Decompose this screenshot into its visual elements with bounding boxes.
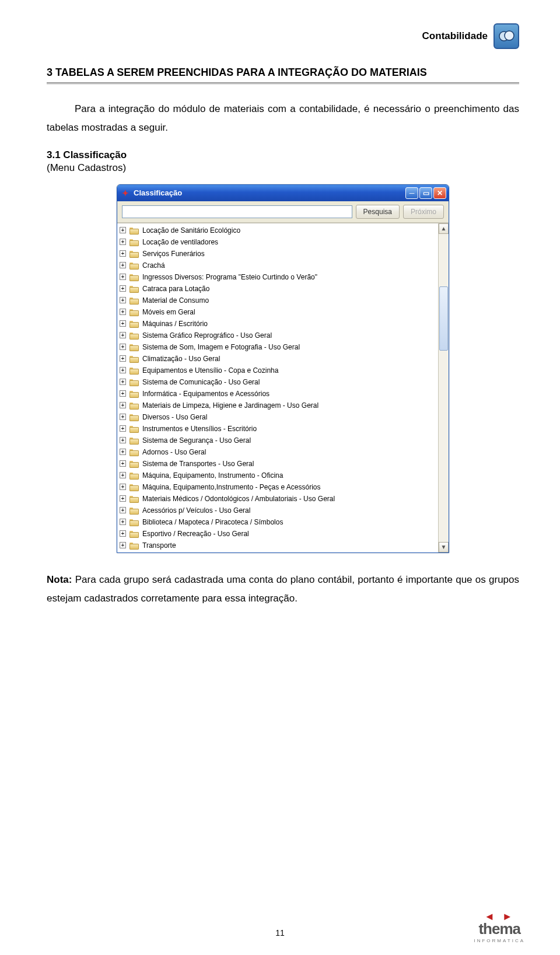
logo-brand: thema [474,920,525,938]
tree-item[interactable]: +Equipamentos e Utensílio - Copa e Cozin… [117,365,438,376]
tree-item[interactable]: +Máquina, Equipamento, Instrumento - Ofi… [117,470,438,481]
scroll-down-button[interactable]: ▼ [439,542,449,552]
expand-icon[interactable]: + [120,332,126,338]
folder-icon [130,250,139,258]
tree-item-label: Equipamentos e Utensílio - Copa e Cozinh… [142,366,278,375]
expand-icon[interactable]: + [120,530,126,537]
folder-icon [130,390,139,398]
folder-icon [130,378,139,386]
tree-item-label: Climatização - Uso Geral [142,355,220,363]
tree-item[interactable]: +Máquinas / Escritório [117,318,438,330]
expand-icon[interactable]: + [120,227,126,233]
tree-item[interactable]: +Sistema de Som, Imagem e Fotografia - U… [117,341,438,353]
note-label: Nota: [47,574,72,585]
folder-icon [130,483,139,491]
classificacao-window: ✦ Classificação ─ ▭ ✕ Pesquisa Próximo +… [117,184,449,553]
folder-icon [130,436,139,445]
expand-icon[interactable]: + [120,390,126,397]
tree-item[interactable]: +Sistema de Comunicação - Uso Geral [117,376,438,388]
expand-icon[interactable]: + [120,414,126,420]
expand-icon[interactable]: + [120,472,126,478]
expand-icon[interactable]: + [120,437,126,443]
expand-icon[interactable]: + [120,309,126,315]
expand-icon[interactable]: + [120,367,126,373]
expand-icon[interactable]: + [120,519,126,525]
minimize-button[interactable]: ─ [405,187,418,199]
search-button[interactable]: Pesquisa [356,205,400,219]
tree-item[interactable]: +Máquina, Equipamento,Instrumento - Peça… [117,481,438,493]
folder-icon [130,530,139,538]
tree-item[interactable]: +Esportivo / Recreação - Uso Geral [117,528,438,540]
tree-item-label: Máquina, Equipamento, Instrumento - Ofic… [142,471,283,480]
tree-item[interactable]: +Locação de Sanitário Ecológico [117,225,438,236]
tree-item[interactable]: +Materiais Médicos / Odontológicos / Amb… [117,493,438,505]
subsection-heading: 3.1 Classificação [47,149,519,161]
tree-item[interactable]: +Locação de ventiladores [117,236,438,248]
tree-item[interactable]: +Biblioteca / Mapoteca / Piracoteca / Sí… [117,516,438,528]
expand-icon[interactable]: + [120,495,126,502]
tree-item-label: Locação de Sanitário Ecológico [142,226,240,235]
vertical-scrollbar[interactable]: ▲ ▼ [438,223,449,552]
tree-item[interactable]: +Materiais de Limpeza, Higiene e Jardina… [117,400,438,411]
expand-icon[interactable]: + [120,460,126,467]
folder-icon [130,471,139,480]
expand-icon[interactable]: + [120,507,126,513]
expand-icon[interactable]: + [120,285,126,292]
tree-container: +Locação de Sanitário Ecológico+Locação … [117,223,449,552]
folder-icon [130,518,139,526]
tree-item-label: Móveis em Geral [142,308,195,316]
expand-icon[interactable]: + [120,379,126,385]
next-button[interactable]: Próximo [403,205,444,219]
expand-icon[interactable]: + [120,320,126,327]
tree-item[interactable]: +Diversos - Uso Geral [117,411,438,423]
tree-item[interactable]: +Informática - Equipamentos e Acessórios [117,388,438,400]
expand-icon[interactable]: + [120,449,126,455]
expand-icon[interactable]: + [120,344,126,350]
tree-item-label: Materiais de Limpeza, Higiene e Jardinag… [142,401,318,410]
scroll-up-button[interactable]: ▲ [439,223,449,234]
expand-icon[interactable]: + [120,402,126,408]
tree-item[interactable]: +Climatização - Uso Geral [117,353,438,365]
expand-icon[interactable]: + [120,262,126,268]
note-paragraph: Nota: Para cada grupo será cadastrada um… [47,571,519,608]
expand-icon[interactable]: + [120,297,126,303]
search-input[interactable] [122,205,352,218]
expand-icon[interactable]: + [120,484,126,490]
tree-item[interactable]: +Serviços Funerários [117,248,438,260]
tree-item[interactable]: +Ingressos Diversos: Programa "Esteio Cu… [117,271,438,283]
tree-item[interactable]: +Sistema de Transportes - Uso Geral [117,458,438,470]
scroll-track[interactable] [439,234,449,542]
section-heading: 3 TABELAS A SEREM PREENCHIDAS PARA A INT… [47,67,519,79]
expand-icon[interactable]: + [120,355,126,362]
tree-item[interactable]: +Catraca para Lotação [117,283,438,295]
heading-rule [47,82,519,85]
folder-icon [130,541,139,550]
expand-icon[interactable]: + [120,425,126,432]
tree-item[interactable]: +Crachá [117,260,438,271]
expand-icon[interactable]: + [120,542,126,548]
maximize-button[interactable]: ▭ [419,187,432,199]
tree-item[interactable]: +Instrumentos e Utensílios - Escritório [117,423,438,435]
tree-item-label: Adornos - Uso Geral [142,448,206,456]
expand-icon[interactable]: + [120,239,126,245]
tree-item[interactable]: +Móveis em Geral [117,306,438,318]
expand-icon[interactable]: + [120,274,126,280]
logo-subtext: INFORMATICA [474,938,525,943]
folder-icon [130,366,139,375]
footer-logo: ◄ ► thema INFORMATICA [474,914,525,943]
tree-item[interactable]: +Acessórios p/ Veículos - Uso Geral [117,505,438,516]
scroll-thumb[interactable] [439,286,448,351]
window-titlebar[interactable]: ✦ Classificação ─ ▭ ✕ [117,185,449,201]
tree-item[interactable]: +Sistema de Segurança - Uso Geral [117,435,438,446]
expand-icon[interactable]: + [120,250,126,257]
tree-item[interactable]: +Sistema Gráfico Reprográfico - Uso Gera… [117,330,438,341]
tree-item[interactable]: +Material de Consumo [117,295,438,306]
tree-item[interactable]: +Transporte [117,540,438,551]
close-button[interactable]: ✕ [433,187,446,199]
classification-tree[interactable]: +Locação de Sanitário Ecológico+Locação … [117,223,438,552]
tree-item[interactable]: +Adornos - Uso Geral [117,446,438,458]
folder-icon [130,226,139,235]
folder-icon [130,495,139,503]
folder-icon [130,425,139,433]
folder-icon [130,320,139,328]
